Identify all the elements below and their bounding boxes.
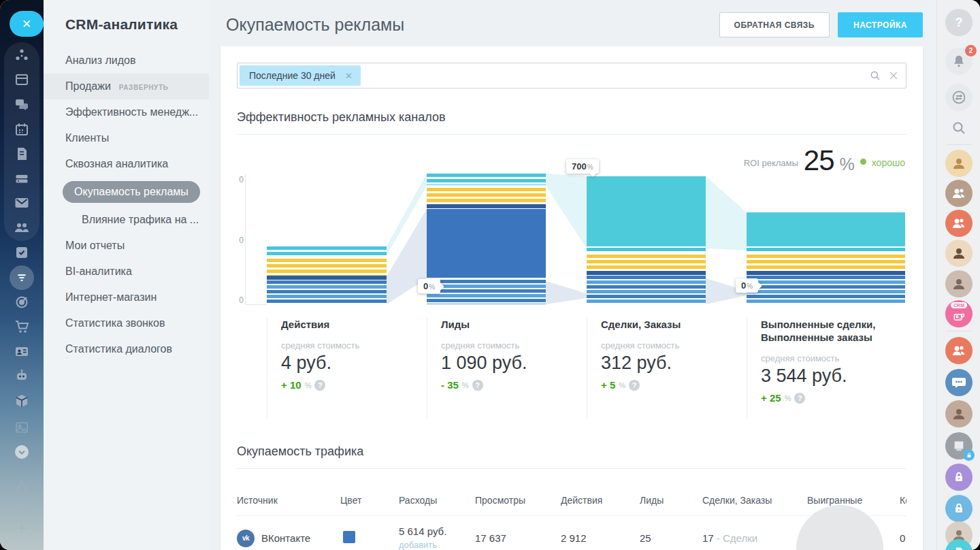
sitemap-icon[interactable]	[14, 477, 30, 494]
group-avatar-tan[interactable]	[945, 180, 973, 207]
col-source: Источник	[237, 495, 340, 506]
lock-icon	[952, 502, 966, 515]
drive-icon[interactable]	[14, 170, 30, 187]
user-avatar-man-glasses[interactable]	[945, 240, 973, 267]
add-expense-link[interactable]: добавить	[399, 540, 437, 550]
locked-chat-blue[interactable]	[945, 495, 973, 522]
documents-icon[interactable]	[14, 146, 30, 162]
close-menu-button[interactable]: ✕	[10, 11, 44, 37]
dialog-history-button[interactable]	[945, 84, 973, 111]
settings-gear-icon[interactable]	[14, 498, 30, 515]
sidebar-item-lead-analysis[interactable]: Анализ лидов	[44, 48, 209, 74]
locked-chat-avatar[interactable]	[945, 432, 973, 459]
deals-cell: 17 - Сделки	[702, 532, 807, 544]
app-window: ✕	[0, 0, 980, 550]
divider	[237, 134, 906, 135]
col-color: Цвет	[340, 495, 399, 506]
sidebar-item-online-shop[interactable]: Интернет-магазин	[44, 285, 209, 310]
settings-button[interactable]: НАСТРОЙКА	[838, 12, 923, 37]
conversion-cell: 0	[900, 532, 906, 544]
roi-label: ROI рекламы	[744, 158, 798, 168]
expand-hint[interactable]: РАЗВЕРНУТЬ	[119, 84, 169, 91]
y-tick-bottom: 0	[237, 295, 244, 305]
collapse-chevron-icon[interactable]	[14, 444, 30, 460]
sidebar-item-dialog-statistics[interactable]: Статистика диалогов	[44, 336, 209, 362]
roi-value: 25	[804, 144, 834, 177]
user-avatar-1[interactable]	[945, 150, 973, 177]
chat-people-icon	[951, 374, 967, 391]
help-question-icon[interactable]: ?	[472, 380, 483, 391]
notifications-button[interactable]: 2	[945, 48, 973, 75]
messenger-icon[interactable]	[14, 96, 30, 112]
help-question-icon[interactable]: ?	[629, 380, 640, 391]
user-avatar-3[interactable]	[945, 400, 973, 427]
locked-chat-purple[interactable]	[945, 464, 973, 491]
col-expenses: Расходы	[399, 495, 475, 506]
user-avatar-2[interactable]	[945, 270, 973, 297]
sidebar-item-call-statistics[interactable]: Статистика звонков	[44, 310, 209, 336]
funnel-chart: ROI рекламы 25 % хорошо 0 0 0	[237, 143, 906, 310]
search-button[interactable]	[945, 114, 973, 142]
help-button[interactable]: ?	[945, 9, 973, 36]
funnel-bar-actions	[267, 246, 387, 304]
feedback-button[interactable]: ОБРАТНАЯ СВЯЗЬ	[719, 12, 830, 37]
two-person-icon	[951, 342, 967, 359]
marketing-target-icon[interactable]	[14, 294, 30, 310]
source-cell: vk ВКонтакте	[237, 530, 340, 547]
sidebar-item-traffic-influence[interactable]: Влияние трафика на ...	[44, 207, 209, 233]
report-card: Последние 30 дней ✕ Эффективность реклам…	[220, 46, 923, 550]
shop-cart-icon[interactable]	[14, 319, 30, 335]
filter-bar[interactable]: Последние 30 дней ✕	[237, 63, 906, 88]
calendar-icon[interactable]	[14, 121, 30, 138]
automation-bot-icon[interactable]	[14, 368, 30, 384]
stat-deals: Сделки, Заказы средняя стоимость 312 руб…	[587, 318, 742, 419]
sidebar-menu: Анализ лидов ПродажиРАЗВЕРНУТЬ Эффективн…	[44, 48, 209, 362]
add-plus-icon[interactable]	[14, 520, 30, 536]
sidebar: CRM-аналитика Анализ лидов ПродажиРАЗВЕР…	[44, 0, 209, 550]
group-avatar-orange[interactable]	[945, 210, 973, 237]
rail-divider	[947, 331, 971, 331]
help-question-icon[interactable]: ?	[314, 380, 325, 391]
tooltip-0-leads: 0%	[418, 279, 440, 293]
contact-card-icon	[952, 310, 966, 323]
contact-center-icon[interactable]	[14, 343, 30, 359]
sidebar-item-manager-efficiency[interactable]: Эффективность менедж...	[44, 99, 209, 125]
sidebar-item-ad-roi-selected[interactable]: Окупаемость рекламы	[63, 181, 200, 203]
apps-box-icon[interactable]	[14, 393, 30, 409]
tasks-icon[interactable]	[14, 244, 30, 261]
col-leads: Лиды	[640, 495, 702, 506]
sidebar-item-sales[interactable]: ПродажиРАЗВЕРНУТЬ	[44, 74, 209, 99]
stat-actions: Действия средняя стоимость 4 руб. + 10 %…	[267, 318, 422, 419]
two-person-icon	[951, 215, 967, 231]
crm-contacts-button[interactable]: CRM	[945, 300, 973, 327]
notification-badge: 2	[965, 45, 977, 56]
color-swatch[interactable]	[343, 531, 355, 543]
main-header: Окупаемость рекламы ОБРАТНАЯ СВЯЗЬ НАСТР…	[209, 0, 936, 46]
filter-chip-period[interactable]: Последние 30 дней ✕	[240, 65, 361, 86]
group-chat-button[interactable]	[945, 369, 973, 396]
group-avatar-orange-2[interactable]	[945, 337, 973, 364]
chip-remove-icon[interactable]: ✕	[345, 71, 353, 81]
divider	[237, 468, 906, 469]
clear-filter-icon[interactable]	[888, 70, 899, 81]
sidebar-item-end-to-end-analytics[interactable]: Сквозная аналитика	[44, 151, 209, 177]
sidebar-title: CRM-аналитика	[44, 0, 209, 33]
sidebar-item-my-reports[interactable]: Мои отчеты	[44, 233, 209, 259]
crm-analytics-active-icon[interactable]	[10, 265, 34, 290]
help-question-icon[interactable]: ?	[794, 393, 805, 404]
employees-icon[interactable]	[14, 219, 30, 236]
gallery-icon[interactable]	[14, 419, 30, 436]
sidebar-item-clients[interactable]: Клиенты	[44, 125, 209, 151]
left-icon-rail: ✕	[0, 0, 44, 550]
roi-unit: %	[840, 155, 855, 174]
funnel-stage-stats: Действия средняя стоимость 4 руб. + 10 %…	[237, 318, 906, 421]
search-icon[interactable]	[869, 69, 881, 82]
network-icon[interactable]	[14, 47, 30, 63]
views-cell: 17 637	[475, 532, 561, 544]
vk-logo-icon: vk	[237, 530, 255, 547]
sites-icon[interactable]	[14, 71, 30, 88]
col-actions: Действия	[561, 495, 640, 506]
sidebar-item-bi-analytics[interactable]: BI-аналитика	[44, 259, 209, 285]
mail-icon[interactable]	[14, 195, 30, 211]
roi-status: хорошо	[872, 157, 905, 168]
